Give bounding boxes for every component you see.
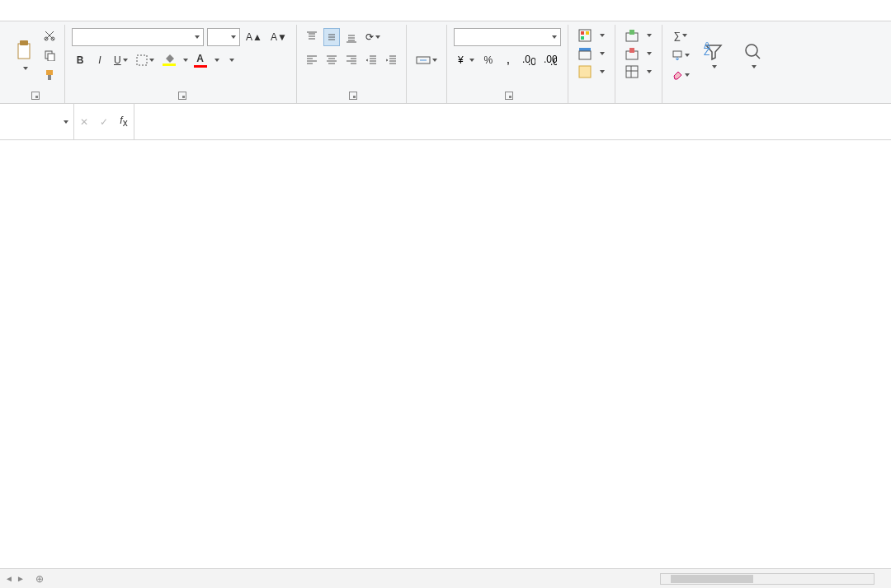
align-center-button[interactable]	[323, 51, 340, 69]
ribbon-group-number: ¥ % , .0.00 .00.0	[449, 25, 568, 103]
font-color-button[interactable]: A	[191, 51, 210, 69]
bucket-icon	[163, 54, 175, 63]
copy-button[interactable]	[41, 46, 58, 64]
svg-rect-23	[629, 30, 634, 35]
increase-decimal-button[interactable]: .0.00	[520, 51, 538, 69]
enter-formula-button[interactable]: ✓	[94, 116, 114, 128]
funnel-icon: AZ	[704, 42, 724, 62]
ribbon-group-editing: ∑ AZ	[664, 25, 778, 103]
number-dialog-launcher[interactable]	[505, 92, 513, 100]
svg-text:Z: Z	[704, 46, 710, 58]
comma-button[interactable]: ,	[500, 51, 516, 69]
cond-format-icon	[578, 29, 592, 42]
svg-rect-17	[586, 31, 589, 35]
format-icon	[625, 65, 639, 78]
paste-button[interactable]	[10, 26, 40, 84]
number-format-select[interactable]	[454, 28, 561, 46]
svg-rect-1	[20, 40, 28, 45]
svg-rect-0	[18, 44, 30, 59]
ribbon-group-cells	[617, 25, 662, 103]
merge-icon	[416, 54, 431, 66]
align-left-button[interactable]	[304, 51, 320, 69]
percent-button[interactable]: %	[480, 51, 497, 69]
cut-button[interactable]	[41, 26, 58, 45]
font-dialog-launcher[interactable]	[178, 92, 186, 100]
increase-font-button[interactable]: A▲	[243, 28, 265, 46]
tab-nav[interactable]: ◄►	[0, 574, 30, 583]
clipboard-dialog-launcher[interactable]	[31, 92, 40, 100]
svg-rect-25	[629, 48, 634, 53]
orientation-button[interactable]: ⟳	[363, 28, 383, 46]
cell-style-icon	[578, 65, 592, 78]
table-format-icon	[578, 47, 592, 60]
decrease-font-button[interactable]: A▼	[268, 28, 290, 46]
svg-rect-21	[579, 66, 591, 78]
border-icon	[136, 54, 148, 66]
wrap-text-button[interactable]	[413, 28, 430, 46]
find-select-button[interactable]	[735, 26, 771, 84]
name-box[interactable]	[0, 104, 74, 139]
merge-button[interactable]	[413, 51, 440, 69]
font-name-select[interactable]	[72, 28, 204, 46]
svg-rect-8	[137, 55, 147, 65]
fill-button[interactable]	[669, 46, 692, 64]
bold-button[interactable]: B	[72, 51, 88, 69]
border-button[interactable]	[134, 51, 157, 69]
align-bottom-button[interactable]	[343, 28, 360, 46]
copy-icon	[44, 49, 55, 61]
format-painter-button[interactable]	[41, 66, 58, 84]
align-dialog-launcher[interactable]	[349, 92, 357, 100]
fill-color-button[interactable]	[160, 51, 178, 69]
clear-button[interactable]	[669, 66, 692, 84]
decrease-decimal-button[interactable]: .00.0	[541, 51, 559, 69]
ribbon-group-font: A▲ A▼ B I U A	[67, 25, 297, 103]
menu-bar	[0, 0, 891, 21]
paste-icon	[15, 40, 35, 64]
ribbon-group-clipboard	[5, 25, 65, 103]
align-top-button[interactable]	[304, 28, 320, 46]
font-size-select[interactable]	[207, 28, 240, 46]
decrease-indent-button[interactable]	[363, 51, 380, 69]
svg-rect-20	[579, 51, 591, 59]
svg-point-30	[746, 45, 757, 56]
ribbon-group-styles	[570, 25, 615, 103]
ribbon-group-alignment: ⟳	[299, 25, 407, 103]
svg-rect-7	[48, 75, 51, 80]
fill-down-icon	[672, 49, 683, 61]
insert-icon	[625, 29, 639, 42]
italic-button[interactable]: I	[92, 51, 108, 69]
phonetic-guide-button[interactable]	[223, 51, 239, 69]
formula-input[interactable]	[134, 104, 891, 139]
svg-text:.00: .00	[528, 56, 535, 66]
table-format-button[interactable]	[575, 45, 608, 63]
cancel-formula-button[interactable]: ✕	[74, 116, 94, 128]
sheet-tab-strip: ◄► ⊕	[0, 568, 891, 588]
align-middle-button[interactable]	[323, 28, 340, 46]
ribbon-group-wrap: x	[408, 25, 447, 103]
underline-button[interactable]: U	[111, 51, 130, 69]
fx-button[interactable]: fx	[114, 115, 134, 129]
add-sheet-button[interactable]: ⊕	[30, 573, 50, 585]
align-right-button[interactable]	[343, 51, 360, 69]
delete-cells-button[interactable]	[622, 45, 655, 63]
svg-text:.0: .0	[550, 56, 557, 66]
insert-cells-button[interactable]	[622, 26, 655, 45]
formula-bar-row: ✕ ✓ fx	[0, 104, 891, 140]
sort-filter-button[interactable]: AZ	[695, 26, 732, 84]
increase-indent-button[interactable]	[383, 51, 399, 69]
accounting-format-button[interactable]: ¥	[454, 51, 477, 69]
svg-rect-5	[48, 54, 54, 61]
svg-rect-18	[581, 36, 584, 40]
svg-rect-16	[581, 31, 584, 35]
svg-rect-27	[673, 51, 681, 57]
spreadsheet-grid[interactable]	[0, 140, 891, 568]
format-cells-button[interactable]	[622, 63, 655, 81]
cell-styles-button[interactable]	[575, 63, 608, 81]
conditional-format-button[interactable]	[575, 26, 608, 45]
svg-text:¥: ¥	[457, 54, 464, 66]
horizontal-scrollbar[interactable]	[660, 573, 874, 585]
svg-rect-26	[626, 66, 638, 78]
autosum-button[interactable]: ∑	[669, 26, 692, 45]
scissors-icon	[44, 30, 55, 41]
brush-icon	[44, 69, 55, 81]
